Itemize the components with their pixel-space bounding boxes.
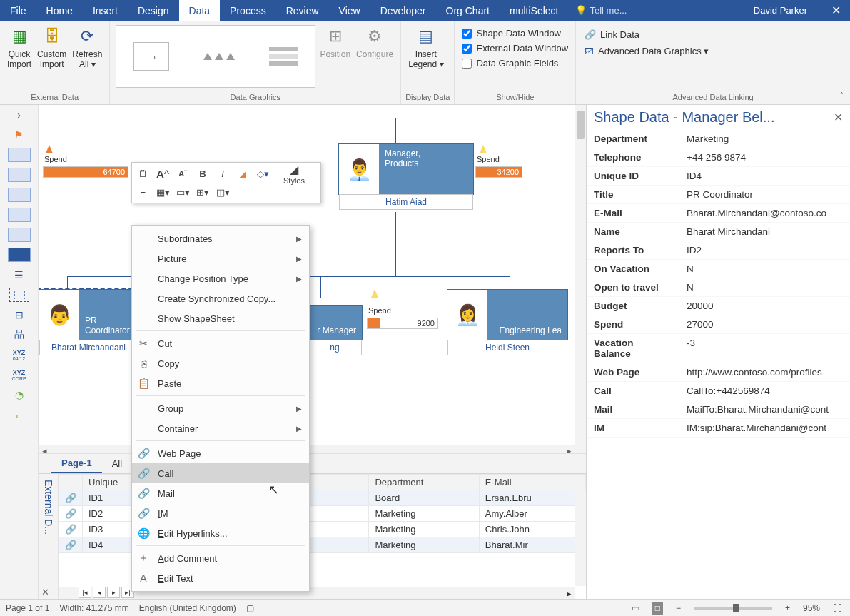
ctx-im[interactable]: 🔗IM: [132, 503, 309, 523]
org-shape-root[interactable]: 👨‍💼 Manager, Products Hatim Aiad: [338, 143, 474, 195]
rail-flag-icon[interactable]: ⚑: [11, 128, 28, 142]
col-link[interactable]: [59, 475, 83, 490]
shape-data-window-check[interactable]: Shape Data Window: [459, 26, 564, 40]
rail-shape-4[interactable]: [8, 208, 31, 222]
shape-data-row[interactable]: Open to travelN: [587, 278, 850, 297]
window-close-icon[interactable]: ✕: [821, 0, 850, 21]
checkbox[interactable]: [462, 29, 472, 39]
ctx-add-comment[interactable]: ＋Add Comment: [132, 548, 309, 568]
ctx-cut[interactable]: ✂Cut: [132, 333, 309, 353]
insert-legend-button[interactable]: ▤Insert Legend ▾: [405, 24, 446, 71]
fit-window-icon[interactable]: ⛶: [830, 603, 844, 613]
shape-data-row[interactable]: Spend27000: [587, 315, 850, 334]
shape-data-row[interactable]: MailMailTo:Bharat.Mirchandani@cont: [587, 400, 850, 419]
advanced-data-graphics-button[interactable]: 🗠Advanced Data Graphics ▾: [580, 44, 713, 58]
ctx-call[interactable]: 🔗Call: [132, 463, 309, 483]
ctx-mail[interactable]: 🔗Mail: [132, 483, 309, 503]
rail-shape-2[interactable]: [8, 168, 31, 182]
ctx-subordinates[interactable]: Subordinates▶: [132, 228, 309, 248]
zoom-slider[interactable]: [694, 607, 772, 610]
ctx-edit-hyperlinks-[interactable]: 🌐Edit Hyperlinks...: [132, 523, 309, 543]
status-language[interactable]: English (United Kingdom): [139, 603, 236, 613]
data-graphics-gallery[interactable]: ▭: [116, 25, 315, 88]
rail-xyz-icon[interactable]: XYZ04/12: [11, 348, 28, 362]
textbox-icon[interactable]: 🗒: [135, 166, 151, 181]
tab-insert[interactable]: Insert: [83, 0, 128, 21]
org-shape-engineering-lead[interactable]: 👩‍💼 Engineering Lea Heidi Steen: [447, 289, 568, 340]
shape-data-row[interactable]: Vacation Balance-3: [587, 334, 850, 363]
tab-orgchart[interactable]: Org Chart: [436, 0, 500, 21]
custom-import-button[interactable]: 🗄Custom Import: [34, 24, 69, 71]
external-data-label[interactable]: External D...: [39, 474, 59, 599]
shape-data-row[interactable]: DepartmentMarketing: [587, 130, 850, 148]
org-shape-manager-fragment[interactable]: r Manager ng: [307, 305, 363, 340]
tab-developer[interactable]: Developer: [370, 0, 436, 21]
font-grow-icon[interactable]: A^: [155, 166, 171, 181]
rail-org-icon[interactable]: 品: [11, 328, 28, 342]
shape-data-row[interactable]: Reports ToID2: [587, 241, 850, 260]
tab-view[interactable]: View: [329, 0, 370, 21]
refresh-all-button[interactable]: ⟳Refresh All ▾: [69, 24, 105, 71]
tab-review[interactable]: Review: [276, 0, 329, 21]
checkbox[interactable]: [462, 44, 472, 54]
tell-me[interactable]: 💡 Tell me...: [568, 0, 634, 21]
ctx-edit-text[interactable]: AEdit Text: [132, 568, 309, 588]
arrange-icon[interactable]: ▭▾: [175, 184, 191, 200]
zoom-level[interactable]: 95%: [803, 603, 820, 613]
ctx-paste[interactable]: 📋Paste: [132, 373, 309, 393]
tab-file[interactable]: File: [0, 0, 36, 21]
ribbon-collapse-icon[interactable]: ˄: [839, 91, 844, 101]
zoom-out-icon[interactable]: −: [673, 603, 684, 613]
rail-shape-1[interactable]: [8, 148, 31, 162]
ctx-group[interactable]: Group▶: [132, 398, 309, 418]
rail-pie-icon[interactable]: ◔: [11, 388, 28, 402]
quick-import-button[interactable]: ▦Quick Import: [4, 24, 34, 71]
presentation-mode-icon[interactable]: ▭: [629, 603, 642, 613]
rail-xyz-corp-icon[interactable]: XYZCORP: [11, 368, 28, 382]
close-icon[interactable]: ✕: [834, 111, 843, 124]
configure-button[interactable]: ⚙Configure: [353, 24, 396, 61]
highlight-icon[interactable]: ◢: [235, 166, 251, 181]
ctx-copy[interactable]: ⎘Copy: [132, 353, 309, 373]
ctx-show-shapesheet[interactable]: Show ShapeSheet: [132, 308, 309, 328]
page-tab-all[interactable]: All: [102, 454, 132, 473]
italic-icon[interactable]: I: [215, 166, 231, 181]
shape-data-row[interactable]: Telephone+44 256 9874: [587, 148, 850, 167]
tab-design[interactable]: Design: [128, 0, 179, 21]
layer-icon[interactable]: ◫▾: [215, 184, 231, 200]
rail-list-icon[interactable]: ⋮⋮: [9, 288, 29, 302]
ctx-change-position-type[interactable]: Change Position Type▶: [132, 268, 309, 288]
expand-shapes-icon[interactable]: ›: [11, 108, 28, 122]
external-data-window-check[interactable]: External Data Window: [459, 41, 571, 55]
macro-record-icon[interactable]: ▢: [246, 603, 254, 613]
connector-icon[interactable]: ⌐: [135, 184, 151, 200]
rail-hierarchy-icon[interactable]: ⊟: [11, 308, 28, 322]
tab-multiselect[interactable]: multiSelect: [500, 0, 568, 21]
col-department[interactable]: Department: [369, 475, 479, 490]
panel-close-icon[interactable]: ✕: [41, 587, 49, 597]
nav-next-icon[interactable]: ▸: [107, 587, 120, 598]
shape-data-row[interactable]: Web Pagehttp://www.contoso.com/profiles: [587, 363, 850, 382]
zoom-in-icon[interactable]: +: [782, 603, 793, 613]
shape-data-row[interactable]: TitlePR Coordinator: [587, 186, 850, 204]
tab-home[interactable]: Home: [36, 0, 83, 21]
tab-data[interactable]: Data: [179, 0, 221, 21]
grid-vscroll[interactable]: [575, 491, 586, 586]
fit-page-icon[interactable]: □: [652, 602, 663, 615]
link-data-button[interactable]: 🔗Link Data: [580, 28, 644, 41]
ctx-container[interactable]: Container▶: [132, 418, 309, 438]
shape-data-row[interactable]: E-MailBharat.Mirchandani@contoso.co: [587, 204, 850, 223]
position-button[interactable]: ⊞Position: [317, 24, 353, 61]
align-icon[interactable]: ▦▾: [155, 184, 171, 200]
rail-chart-icon[interactable]: ⌐: [11, 408, 28, 422]
group-icon[interactable]: ⊞▾: [195, 184, 211, 200]
rail-tree-icon[interactable]: ☰: [11, 268, 28, 282]
shape-data-row[interactable]: CallCallTo:+442569874: [587, 382, 850, 400]
shape-data-row[interactable]: NameBharat Mirchandani: [587, 223, 850, 241]
nav-first-icon[interactable]: |◂: [79, 587, 91, 598]
shape-data-row[interactable]: IMIM:sip:Bharat.Mirchandani@cont: [587, 419, 850, 438]
shape-data-row[interactable]: On VacationN: [587, 260, 850, 278]
ctx-picture[interactable]: Picture▶: [132, 248, 309, 268]
page-tab-1[interactable]: Page-1: [51, 454, 102, 473]
styles-button[interactable]: ◢Styles: [280, 166, 308, 181]
